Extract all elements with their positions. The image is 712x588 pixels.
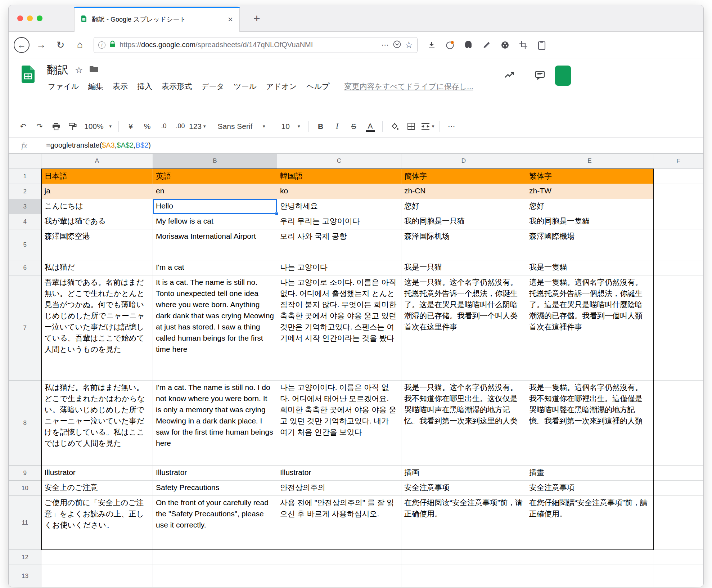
cell-E8[interactable]: 我是一隻貓。這個名字仍然沒有。我不知道你在哪裡出生。這僅僅是哭喵喵叫聲在黑暗潮濕… xyxy=(526,381,653,466)
print-button[interactable] xyxy=(48,118,64,134)
cell-B3[interactable]: Hello xyxy=(153,199,277,214)
menu-data[interactable]: データ xyxy=(197,78,229,94)
row-header-9[interactable]: 9 xyxy=(9,466,41,481)
column-header-E[interactable]: E xyxy=(526,154,653,169)
cell-E3[interactable]: 您好 xyxy=(526,199,653,214)
cell-C5[interactable]: 모리 사와 국제 공항 xyxy=(277,229,401,260)
cell-F12[interactable] xyxy=(653,550,704,565)
decrease-decimal-button[interactable]: .0 xyxy=(156,118,172,134)
row-header-1[interactable]: 1 xyxy=(9,169,41,184)
cell-B11[interactable]: On the front of your carefully read the … xyxy=(153,496,277,550)
cell-E4[interactable]: 我的同胞是一隻貓 xyxy=(526,214,653,229)
cell-A4[interactable]: 我が輩は猫である xyxy=(41,214,153,229)
cell-B9[interactable]: Illustrator xyxy=(153,466,277,481)
close-window-button[interactable] xyxy=(17,15,23,21)
cell-B1[interactable]: 英語 xyxy=(153,169,277,184)
column-header-D[interactable]: D xyxy=(401,154,526,169)
cell-A7[interactable]: 吾輩は猫である。名前はまだ無い。どこで生れたかとんと見当がつかぬ。何でも薄暗いじ… xyxy=(41,275,153,381)
address-text[interactable]: https://docs.google.com/spreadsheets/d/1… xyxy=(120,41,378,49)
zoom-window-button[interactable] xyxy=(37,15,42,21)
cell-D13[interactable] xyxy=(401,565,526,587)
column-header-F[interactable]: F xyxy=(653,154,704,169)
font-size-select[interactable]: 10▾ xyxy=(277,118,305,134)
cell-B10[interactable]: Safety Precautions xyxy=(153,481,277,496)
menu-tools[interactable]: ツール xyxy=(229,78,261,94)
number-format-select[interactable]: 123▾ xyxy=(189,118,206,134)
cell-B6[interactable]: I'm a cat xyxy=(153,260,277,275)
cell-D1[interactable]: 簡体字 xyxy=(401,169,526,184)
cell-B12[interactable] xyxy=(153,550,277,565)
cell-F10[interactable] xyxy=(653,481,704,496)
cell-F3[interactable] xyxy=(653,199,704,214)
cell-D7[interactable]: 这是一只猫。这个名字仍然没有。托恩托意外告诉一个想法，你诞生了。这是在哭只是喵喵… xyxy=(401,275,526,381)
menu-edit[interactable]: 編集 xyxy=(84,78,108,94)
cell-C13[interactable] xyxy=(277,565,401,587)
menu-format[interactable]: 表示形式 xyxy=(157,78,197,94)
notification-badge-icon[interactable] xyxy=(444,39,456,51)
cell-D11[interactable]: 在您仔细阅读“安全注意事项”前，请正确使用。 xyxy=(401,496,526,550)
cell-B2[interactable]: en xyxy=(153,184,277,199)
tab-close-icon[interactable]: × xyxy=(227,14,234,24)
cell-F9[interactable] xyxy=(653,466,704,481)
cell-D9[interactable]: 插画 xyxy=(401,466,526,481)
reload-button[interactable]: ↻ xyxy=(53,37,68,53)
cell-D4[interactable]: 我的同胞是一只猫 xyxy=(401,214,526,229)
home-button[interactable]: ⌂ xyxy=(72,37,88,53)
cell-F1[interactable] xyxy=(653,169,704,184)
cell-D8[interactable]: 我是一只猫。这个名字仍然没有。我不知道你在哪里出生。这仅仅是哭喵喵叫声在黑暗潮湿… xyxy=(401,381,526,466)
row-header-10[interactable]: 10 xyxy=(9,481,41,496)
menu-file[interactable]: ファイル xyxy=(43,78,84,94)
cell-C10[interactable]: 안전상의주의 xyxy=(277,481,401,496)
explore-trend-icon[interactable] xyxy=(504,71,515,81)
cell-E1[interactable]: 繁体字 xyxy=(526,169,653,184)
download-icon[interactable] xyxy=(425,39,438,51)
paint-format-button[interactable] xyxy=(65,118,81,134)
https-lock-icon[interactable] xyxy=(109,40,116,49)
screenshot-crop-icon[interactable] xyxy=(517,39,530,51)
cell-A13[interactable] xyxy=(41,565,153,587)
cell-E6[interactable]: 我是一隻貓 xyxy=(526,260,653,275)
cell-F4[interactable] xyxy=(653,214,704,229)
cell-D6[interactable]: 我是一只猫 xyxy=(401,260,526,275)
percent-format-button[interactable]: % xyxy=(139,118,155,134)
cell-A8[interactable]: 私は猫だ。名前はまだ無い。どこで生まれたかはわからない。薄暗いじめじめした所でニ… xyxy=(41,381,153,466)
row-header-11[interactable]: 11 xyxy=(9,496,41,550)
redo-button[interactable]: ↷ xyxy=(32,118,48,134)
cell-A3[interactable]: こんにちは xyxy=(41,199,153,214)
row-header-8[interactable]: 8 xyxy=(9,381,41,466)
selection-fill-handle[interactable] xyxy=(275,212,278,215)
minimize-window-button[interactable] xyxy=(27,15,33,21)
cell-C12[interactable] xyxy=(277,550,401,565)
move-to-folder-icon[interactable] xyxy=(89,66,99,74)
comments-icon[interactable] xyxy=(535,71,545,81)
sheets-logo-icon[interactable] xyxy=(19,65,37,85)
increase-decimal-button[interactable]: .00 xyxy=(172,118,188,134)
cell-B13[interactable] xyxy=(153,565,277,587)
row-header-12[interactable]: 12 xyxy=(9,550,41,565)
cell-C8[interactable]: 나는 고양이이다. 이름은 아직 없다. 어디에서 태어난 모르겠어요. 희미한… xyxy=(277,381,401,466)
cell-A6[interactable]: 私は猫だ xyxy=(41,260,153,275)
cell-A1[interactable]: 日本語 xyxy=(41,169,153,184)
cell-A10[interactable]: 安全上のご注意 xyxy=(41,481,153,496)
site-info-icon[interactable]: i xyxy=(98,41,105,49)
font-select[interactable]: Sans Serif▾ xyxy=(214,118,269,134)
cell-C11[interactable]: 사용 전에 "안전상의주의" 를 잘 읽으신 후 바르게 사용하십시오. xyxy=(277,496,401,550)
row-header-4[interactable]: 4 xyxy=(9,214,41,229)
cell-E7[interactable]: 這是一隻貓。這個名字仍然沒有。托恩托意外告訴一個想法，你誕生了。這是在哭只是喵喵… xyxy=(526,275,653,381)
page-actions-icon[interactable]: ⋯ xyxy=(382,41,389,49)
cell-A12[interactable] xyxy=(41,550,153,565)
back-button[interactable]: ← xyxy=(14,37,30,53)
pocket-icon[interactable] xyxy=(393,40,401,50)
cell-E10[interactable]: 安全注意事項 xyxy=(526,481,653,496)
cell-B4[interactable]: My fellow is a cat xyxy=(153,214,277,229)
more-toolbar-button[interactable]: ⋯ xyxy=(444,118,460,134)
select-all-corner[interactable] xyxy=(9,154,41,169)
fill-color-button[interactable] xyxy=(387,118,402,134)
row-header-3[interactable]: 3 xyxy=(9,199,41,214)
cell-A11[interactable]: ご使用の前に「安全上のご注意」をよくお読みの上、正しくお使いください。 xyxy=(41,496,153,550)
cell-E13[interactable] xyxy=(526,565,653,587)
cell-E2[interactable]: zh-TW xyxy=(526,184,653,199)
cell-F7[interactable] xyxy=(653,275,704,381)
cell-D2[interactable]: zh-CN xyxy=(401,184,526,199)
cell-A5[interactable]: 森澤国際空港 xyxy=(41,229,153,260)
